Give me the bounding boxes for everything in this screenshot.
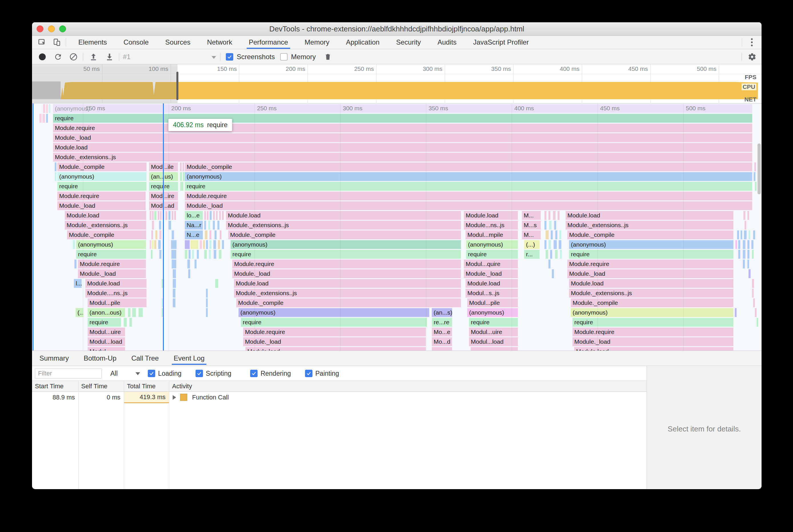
tab-network[interactable]: Network <box>199 36 240 49</box>
flame-bar[interactable] <box>206 289 208 298</box>
flame-bar[interactable] <box>738 250 740 259</box>
flame-bar[interactable] <box>219 250 222 259</box>
flame-bar[interactable] <box>173 279 176 288</box>
timeline-overview[interactable]: FPS CPU NET 50 ms100 ms150 ms200 ms250 m… <box>32 64 761 103</box>
flame-bar[interactable]: (anonymous) <box>230 240 461 249</box>
flame-bar[interactable]: (anonymous) <box>76 240 146 249</box>
flame-bar[interactable]: require <box>569 250 734 259</box>
flame-bar[interactable]: require <box>53 114 752 123</box>
flame-bar[interactable] <box>152 240 154 249</box>
bottom-tab-bottom-up[interactable]: Bottom-Up <box>76 351 124 366</box>
flame-bar[interactable] <box>208 221 210 230</box>
flame-bar[interactable]: Module...ns..js <box>464 221 518 230</box>
flame-bar[interactable]: re...re <box>432 318 452 327</box>
flame-bar[interactable]: lo...e <box>185 211 203 220</box>
flame-bar[interactable] <box>216 211 218 220</box>
flame-bar[interactable] <box>555 250 558 259</box>
flame-bar[interactable] <box>553 211 556 220</box>
flame-bar[interactable]: Mo...e <box>432 327 452 337</box>
col-self-time[interactable]: Self Time <box>81 381 108 392</box>
flame-bar[interactable] <box>173 269 176 278</box>
flame-bar[interactable]: Module.require <box>243 327 426 337</box>
tab-audits[interactable]: Audits <box>429 36 465 49</box>
flame-bar[interactable]: Module._load <box>57 201 146 210</box>
flame-bar[interactable] <box>546 230 549 240</box>
tab-sources[interactable]: Sources <box>157 36 199 49</box>
flame-bar[interactable] <box>154 240 156 249</box>
col-total-time[interactable]: Total Time <box>127 381 155 392</box>
load-profile-icon[interactable] <box>88 52 99 62</box>
flame-bar[interactable] <box>49 104 51 113</box>
flame-bar[interactable] <box>158 211 160 220</box>
screenshots-checkbox[interactable] <box>226 53 233 61</box>
flame-bar[interactable] <box>204 221 206 230</box>
bottom-tab-event-log[interactable]: Event Log <box>166 351 212 366</box>
flame-bar[interactable] <box>42 114 45 123</box>
flame-bar[interactable] <box>151 230 153 240</box>
flame-bar[interactable]: Modul...quire <box>464 260 518 269</box>
col-activity[interactable]: Activity <box>172 381 192 392</box>
flame-bar[interactable]: Module._load <box>572 337 734 346</box>
flame-bar[interactable]: (anonymous) <box>569 240 734 249</box>
flame-bar[interactable] <box>204 250 207 259</box>
tab-javascript-profiler[interactable]: JavaScript Profiler <box>465 36 537 49</box>
flame-bar[interactable] <box>171 211 173 220</box>
session-select-arrow-icon[interactable] <box>211 56 216 59</box>
flame-bar[interactable] <box>548 211 551 220</box>
flame-bar[interactable]: Module._load <box>232 269 461 278</box>
flame-bar[interactable]: Module._compile <box>185 162 752 171</box>
flame-bar[interactable] <box>152 221 154 230</box>
flame-bar[interactable]: M... <box>522 230 541 240</box>
flame-bar[interactable] <box>204 211 206 220</box>
flame-bar[interactable] <box>549 221 552 230</box>
flame-bar[interactable]: Module._extensions..js <box>53 153 752 162</box>
flame-bar[interactable]: Module.require <box>185 191 752 201</box>
flame-bar[interactable] <box>159 221 161 230</box>
flame-bar[interactable] <box>744 230 747 240</box>
flame-bar[interactable] <box>215 279 218 288</box>
loading-checkbox[interactable] <box>148 370 155 377</box>
flame-bar[interactable] <box>171 240 177 249</box>
flame-bar[interactable] <box>129 318 132 327</box>
flame-bar[interactable] <box>754 172 756 181</box>
flame-bar[interactable]: N...e <box>185 230 203 240</box>
flame-bar[interactable] <box>188 269 190 278</box>
flame-bar[interactable] <box>55 162 57 171</box>
flame-bar[interactable]: Module._extensions..js <box>566 221 734 230</box>
event-table-row[interactable]: 88.9 ms 0 ms 419.3 ms Function Call <box>32 392 647 403</box>
flame-bar[interactable]: (anonymous) <box>57 172 147 181</box>
flame-bar[interactable]: Na...r <box>185 221 203 230</box>
flame-bar[interactable]: require <box>76 250 146 259</box>
flame-bar[interactable] <box>550 250 552 259</box>
flame-bar[interactable] <box>74 260 77 269</box>
flame-bar[interactable] <box>209 240 211 249</box>
flame-bar[interactable]: Module.require <box>57 191 146 201</box>
flame-bar[interactable]: Module.load <box>64 211 146 220</box>
flame-bar[interactable] <box>747 260 749 269</box>
bottom-tab-summary[interactable]: Summary <box>32 351 76 366</box>
flame-bar[interactable]: Module._compile <box>567 230 734 240</box>
flame-bar[interactable] <box>203 240 205 249</box>
flame-bar[interactable] <box>159 230 162 240</box>
flame-bar[interactable] <box>149 211 151 220</box>
flame-bar[interactable] <box>73 240 75 249</box>
flame-bar[interactable] <box>432 347 452 351</box>
flame-bar[interactable] <box>752 289 754 298</box>
flame-bar[interactable] <box>740 230 742 240</box>
flame-bar[interactable]: Module.require <box>567 260 734 269</box>
scripting-checkbox[interactable] <box>196 370 203 377</box>
flame-bar[interactable] <box>544 211 547 220</box>
flame-scrollbar-thumb[interactable] <box>758 144 761 194</box>
flame-bar[interactable]: require <box>466 250 518 259</box>
flame-bar[interactable] <box>749 269 751 278</box>
col-start-time[interactable]: Start Time <box>35 381 63 392</box>
flame-bar[interactable] <box>55 172 57 181</box>
flame-bar[interactable] <box>213 221 215 230</box>
bottom-tab-call-tree[interactable]: Call Tree <box>124 351 166 366</box>
flame-bar[interactable] <box>192 250 194 259</box>
flame-bar[interactable] <box>155 230 158 240</box>
flame-bar[interactable] <box>737 230 739 240</box>
memory-checkbox[interactable] <box>280 53 288 61</box>
flame-bar[interactable] <box>557 211 560 220</box>
flame-bar[interactable] <box>171 250 177 259</box>
